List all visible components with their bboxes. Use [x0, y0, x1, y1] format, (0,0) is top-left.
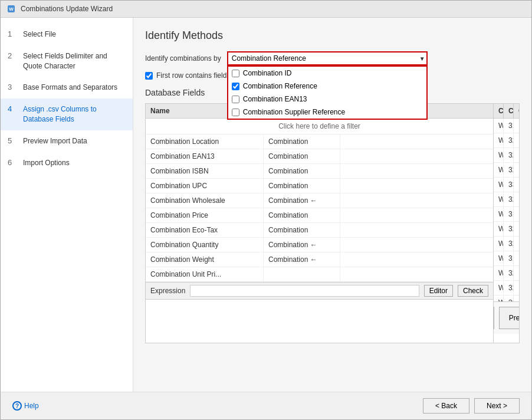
- right-row[interactable]: WHHShoes_10cm319: [494, 119, 519, 133]
- dropdown-list-label-ref: Combination Reference: [243, 82, 317, 90]
- table-row[interactable]: Combination UPC Combination: [146, 179, 493, 193]
- footer: ? Help < Back Next >: [1, 392, 531, 419]
- first-row-label: First row contains field: [156, 71, 226, 80]
- right-cell-ref-12: WHHShoes_10cm: [494, 296, 504, 301]
- sidebar-item-assign-columns[interactable]: 4 Assign .csv Columns to Database Fields: [1, 99, 133, 130]
- table-row[interactable]: Combination Weight Combination ←: [146, 252, 493, 267]
- editor-button[interactable]: Editor: [424, 285, 453, 297]
- footer-buttons: < Back Next >: [423, 398, 520, 414]
- right-row[interactable]: WHHShoes_10cm326: [494, 192, 519, 207]
- sidebar-number-3: 3: [8, 83, 17, 91]
- sidebar-label-3: Base Formats and Separators: [23, 83, 117, 93]
- right-row[interactable]: WHHShoes_10cm329: [494, 281, 519, 296]
- dropdown-list-item-supplier[interactable]: Combination Supplier Reference: [228, 106, 426, 119]
- right-row[interactable]: WHHShoes_10cm325: [494, 266, 519, 281]
- dropdown-list-item-ref[interactable]: Combination Reference: [228, 80, 426, 93]
- cell-csv-1: Combination: [264, 149, 340, 163]
- table-row[interactable]: Combination ISBN Combination: [146, 164, 493, 179]
- right-row[interactable]: WHHShoes_10cm321: [494, 222, 519, 237]
- table-row[interactable]: Combination Wholesale Combination ←: [146, 193, 493, 208]
- table-row[interactable]: Combination Location Combination: [146, 134, 493, 149]
- right-row[interactable]: WHHShoes_10cm324: [494, 133, 519, 148]
- dropdown-checkbox-ean[interactable]: [232, 96, 239, 103]
- right-cell-extra-11: [514, 281, 519, 295]
- sidebar-label-1: Select File: [23, 29, 56, 40]
- app-icon: W: [6, 4, 16, 14]
- right-cell-id-3: 323: [504, 163, 514, 177]
- dropdown-checkbox-ref[interactable]: [232, 83, 239, 90]
- dropdown-list: Combination ID Combination Reference Com…: [227, 65, 428, 120]
- sidebar-item-import[interactable]: 6 Import Options: [1, 152, 133, 174]
- cell-expr-4: [340, 193, 493, 208]
- right-col-header-id: Combination ID [4]: [504, 104, 514, 118]
- right-row[interactable]: WHHShoes_10cm322: [494, 237, 519, 251]
- sidebar-label-2: Select Fields Delimiter and Quote Charac…: [23, 51, 126, 71]
- cell-csv-5: Combination: [264, 208, 340, 222]
- right-row[interactable]: WHHShoes_10cm330: [494, 178, 519, 192]
- dropdown-list-item-id[interactable]: Combination ID: [228, 67, 426, 80]
- page-title: Identify Methods: [145, 29, 520, 42]
- right-cell-extra-3: [514, 163, 519, 177]
- dropdown-checkbox-supplier[interactable]: [232, 109, 239, 116]
- table-row[interactable]: Combination EAN13 Combination: [146, 149, 493, 164]
- right-row[interactable]: WHHShoes_10cm316: [494, 251, 519, 266]
- right-row[interactable]: WHHShoes_10cm323: [494, 163, 519, 178]
- sidebar-number-2: 2: [8, 51, 17, 60]
- right-cell-extra-8: [514, 237, 519, 251]
- cell-name-6: Combination Eco-Tax: [146, 223, 264, 237]
- right-cell-id-0: 319: [504, 119, 514, 133]
- sidebar-number-5: 5: [8, 136, 17, 145]
- cell-csv-3: Combination: [264, 179, 340, 193]
- sidebar-item-preview[interactable]: 5 Preview Import Data: [1, 130, 133, 152]
- back-button[interactable]: < Back: [423, 398, 469, 414]
- cell-expr-1: [340, 149, 493, 163]
- right-cell-id-5: 326: [504, 192, 514, 206]
- expression-area: Expression Editor Check: [146, 282, 493, 343]
- right-cell-extra-9: [514, 251, 519, 265]
- identify-dropdown-container: Combination Reference Combination ID Com…: [227, 51, 428, 65]
- cell-csv-0: Combination: [264, 134, 340, 149]
- expression-label: Expression: [150, 287, 185, 295]
- right-col-header-ref: Combination Reference [3]: [494, 104, 504, 118]
- cell-name-3: Combination UPC: [146, 179, 264, 193]
- cell-expr-2: [340, 164, 493, 178]
- next-button[interactable]: Next >: [474, 398, 520, 414]
- help-link[interactable]: ? Help: [12, 401, 39, 411]
- bottom-buttons: Auto Fill Predefined: [494, 301, 519, 334]
- cell-csv-9: [264, 267, 340, 281]
- right-cell-extra-0: [514, 119, 519, 133]
- sidebar-item-formats[interactable]: 3 Base Formats and Separators: [1, 77, 133, 99]
- right-row[interactable]: WHHShoes_10cm327: [494, 296, 519, 301]
- table-row[interactable]: Combination Price Combination: [146, 208, 493, 223]
- predefined-button[interactable]: Predefined: [499, 307, 519, 329]
- identify-dropdown[interactable]: Combination Reference Combination ID Com…: [227, 51, 428, 65]
- table-row[interactable]: Combination Quantity Combination ←: [146, 238, 493, 252]
- sidebar-item-delimiter[interactable]: 2 Select Fields Delimiter and Quote Char…: [1, 45, 133, 77]
- right-cell-id-10: 325: [504, 266, 514, 280]
- filter-text: Click here to define a filter: [278, 122, 360, 130]
- cell-csv-7: Combination ←: [264, 238, 340, 252]
- cell-name-9: Combination Unit Pri...: [146, 267, 264, 281]
- table-row[interactable]: Combination Eco-Tax Combination: [146, 223, 493, 238]
- dropdown-list-item-ean[interactable]: Combination EAN13: [228, 93, 426, 106]
- right-cell-id-12: 327: [504, 296, 514, 301]
- table-row[interactable]: Combination Unit Pri...: [146, 267, 493, 282]
- expression-textarea[interactable]: [146, 300, 493, 341]
- right-cell-extra-4: [514, 178, 519, 192]
- check-button[interactable]: Check: [458, 285, 488, 297]
- right-cell-ref-0: WHHShoes_10cm: [494, 119, 504, 133]
- sidebar-number-6: 6: [8, 158, 17, 167]
- autofill-button[interactable]: Auto Fill: [494, 307, 494, 329]
- right-row[interactable]: WHHShoes_10cm328: [494, 148, 519, 163]
- cell-expr-8: [340, 252, 493, 267]
- right-cell-ref-3: WHHShoes_10cm: [494, 163, 504, 177]
- filter-row[interactable]: Click here to define a filter: [146, 119, 493, 134]
- right-row[interactable]: WHHShoes_10cm315: [494, 207, 519, 222]
- dropdown-checkbox-id[interactable]: [232, 70, 239, 77]
- right-cell-id-6: 315: [504, 207, 514, 221]
- first-row-checkbox[interactable]: [145, 72, 153, 80]
- cell-expr-9: [340, 267, 493, 281]
- right-table: Combination Reference [3] Combination ID…: [494, 104, 519, 343]
- expression-input[interactable]: [190, 285, 419, 297]
- sidebar-item-select-file[interactable]: 1 Select File: [1, 24, 133, 45]
